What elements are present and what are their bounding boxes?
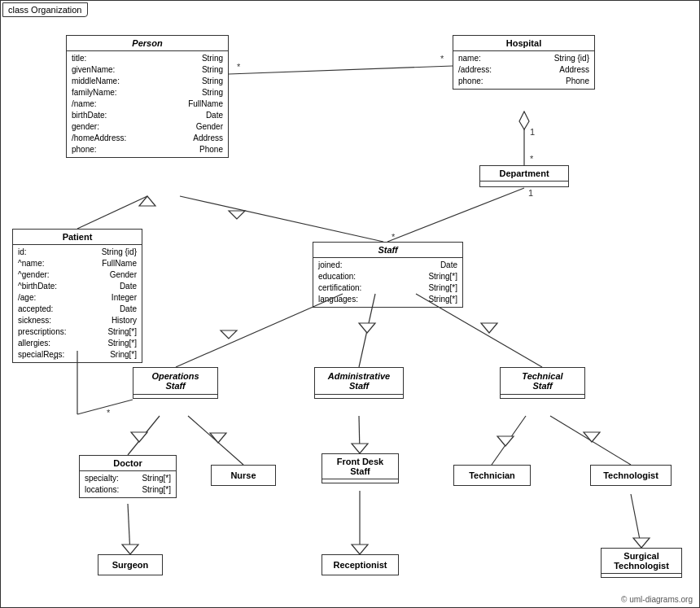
svg-marker-25 [131, 432, 147, 442]
class-administrative-staff-name: AdministrativeStaff [315, 368, 403, 395]
svg-line-30 [492, 416, 526, 465]
class-patient-attrs: id:String {id} ^name:FullName ^gender:Ge… [13, 245, 142, 362]
svg-marker-27 [210, 433, 226, 443]
class-hospital-attrs: name:String {id} /address:Address phone:… [453, 51, 594, 89]
svg-line-10 [77, 196, 147, 229]
svg-marker-33 [584, 432, 600, 442]
diagram-container: class Organization Person title:String g… [0, 0, 700, 608]
class-surgical-technologist: SurgicalTechnologist [601, 548, 682, 578]
svg-line-0 [229, 66, 453, 74]
svg-text:*: * [392, 232, 396, 242]
class-nurse: Nurse [211, 465, 276, 486]
class-staff-attrs: joined:Date education:String[*] certific… [313, 258, 462, 307]
class-doctor-attrs: specialty:String[*] locations:String[*] [80, 471, 176, 497]
svg-marker-37 [352, 545, 368, 554]
class-front-desk-staff-attrs [322, 479, 398, 483]
svg-marker-31 [497, 436, 514, 446]
class-hospital: Hospital name:String {id} /address:Addre… [453, 35, 595, 90]
svg-line-12 [180, 196, 383, 242]
class-surgical-technologist-name: SurgicalTechnologist [602, 549, 681, 574]
svg-line-32 [550, 416, 631, 465]
svg-line-26 [188, 416, 243, 465]
class-administrative-staff-attrs [315, 395, 403, 398]
class-administrative-staff: AdministrativeStaff [314, 367, 404, 399]
class-doctor: Doctor specialty:String[*] locations:Str… [79, 455, 177, 498]
diagram-title: class Organization [2, 2, 88, 17]
class-technical-staff-name: TechnicalStaff [501, 368, 584, 395]
class-operations-staff: OperationsStaff [133, 367, 218, 399]
svg-line-34 [128, 504, 130, 554]
class-surgeon: Surgeon [98, 554, 163, 575]
class-operations-staff-attrs [133, 395, 217, 398]
class-receptionist: Receptionist [322, 554, 399, 575]
svg-line-28 [359, 416, 360, 453]
class-department-attrs [480, 182, 568, 186]
svg-marker-35 [122, 545, 138, 554]
svg-marker-11 [139, 196, 155, 206]
class-technical-staff-attrs [501, 395, 584, 398]
svg-text:*: * [107, 408, 111, 418]
class-doctor-name: Doctor [80, 456, 176, 471]
class-patient: Patient id:String {id} ^name:FullName ^g… [12, 229, 142, 363]
class-technician: Technician [453, 465, 531, 486]
class-patient-name: Patient [13, 230, 142, 245]
class-department-name: Department [480, 166, 568, 182]
class-technologist: Technologist [590, 465, 672, 486]
class-front-desk-staff-name: Front DeskStaff [322, 454, 398, 479]
svg-marker-19 [221, 330, 237, 339]
svg-marker-29 [352, 444, 368, 453]
svg-line-15 [77, 400, 133, 414]
class-department: Department [479, 165, 569, 187]
svg-text:*: * [440, 54, 444, 63]
class-front-desk-staff: Front DeskStaff [322, 453, 399, 483]
svg-text:1: 1 [528, 188, 533, 198]
svg-text:1: 1 [530, 127, 535, 137]
class-person-name: Person [67, 36, 228, 51]
class-technical-staff: TechnicalStaff [500, 367, 585, 399]
class-operations-staff-name: OperationsStaff [133, 368, 217, 395]
svg-marker-39 [633, 538, 650, 548]
svg-line-24 [128, 416, 160, 455]
class-hospital-name: Hospital [453, 36, 594, 51]
class-staff-name: Staff [313, 243, 462, 258]
svg-marker-21 [359, 323, 375, 333]
class-person: Person title:String givenName:String mid… [66, 35, 229, 158]
svg-text:*: * [530, 154, 534, 164]
svg-line-7 [387, 188, 524, 242]
copyright: © uml-diagrams.org [621, 595, 693, 604]
svg-marker-23 [481, 323, 497, 333]
svg-text:*: * [237, 62, 241, 72]
class-surgical-technologist-attrs [602, 574, 681, 577]
svg-marker-4 [519, 112, 529, 129]
class-person-attrs: title:String givenName:String middleName… [67, 51, 228, 157]
svg-line-38 [631, 494, 641, 548]
class-staff: Staff joined:Date education:String[*] ce… [313, 242, 463, 308]
svg-marker-13 [229, 211, 245, 219]
